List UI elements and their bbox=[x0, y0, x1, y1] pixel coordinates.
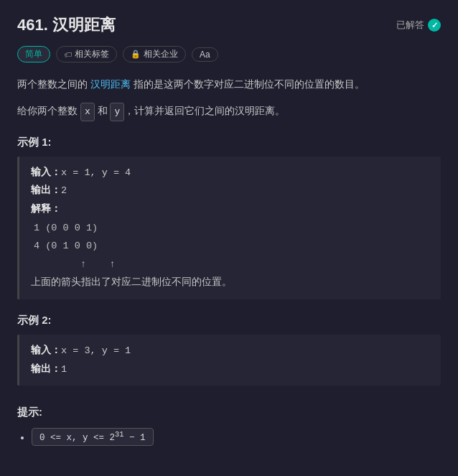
example-1-title: 示例 1: bbox=[17, 136, 441, 149]
tag-difficulty[interactable]: 简单 bbox=[17, 46, 50, 62]
example-1-output: 输出：2 bbox=[31, 182, 429, 200]
hamming-link[interactable]: 汉明距离 bbox=[90, 78, 131, 90]
example-1-block: 输入：x = 1, y = 4 输出：2 解释： 1 (0 0 0 1) 4 (… bbox=[17, 157, 441, 299]
hints-list: 0 <= x, y <= 231 − 1 bbox=[17, 428, 441, 445]
example-1-explain-label: 解释： bbox=[31, 200, 429, 219]
description-p1: 两个整数之间的 汉明距离 指的是这两个数字对应二进制位不同的位置的数目。 bbox=[17, 75, 441, 93]
example-2-input: 输入：x = 3, y = 1 bbox=[31, 342, 429, 360]
hints-section: 提示: 0 <= x, y <= 231 − 1 bbox=[17, 406, 441, 445]
hint-code-1: 0 <= x, y <= 231 − 1 bbox=[32, 428, 154, 445]
y-code: y bbox=[110, 103, 124, 121]
problem-description: 两个整数之间的 汉明距离 指的是这两个数字对应二进制位不同的位置的数目。 给你两… bbox=[17, 75, 441, 121]
hint-item-1: 0 <= x, y <= 231 − 1 bbox=[32, 428, 441, 445]
example-2-output: 输出：1 bbox=[31, 360, 429, 379]
example-1-input-label: 输入： bbox=[31, 167, 61, 178]
code-line-1: 1 (0 0 0 1) bbox=[31, 219, 429, 238]
problem-number: 461. bbox=[17, 16, 48, 34]
example-2-section: 示例 2: 输入：x = 3, y = 1 输出：1 bbox=[17, 314, 441, 386]
hints-title: 提示: bbox=[17, 406, 441, 419]
solved-badge: 已解答 ✓ bbox=[396, 19, 441, 32]
lock-icon: 🔒 bbox=[131, 50, 141, 59]
code-line-3: ↑ ↑ bbox=[31, 256, 429, 274]
example-2-output-label: 输出： bbox=[31, 364, 61, 375]
example-1-output-label: 输出： bbox=[31, 185, 61, 196]
solved-label: 已解答 bbox=[396, 19, 424, 32]
solved-check-icon: ✓ bbox=[428, 19, 441, 32]
tag-icon: 🏷 bbox=[64, 50, 72, 59]
problem-header: 461. 汉明距离 已解答 ✓ bbox=[17, 14, 441, 36]
example-2-title: 示例 2: bbox=[17, 314, 441, 327]
tag-font-label: Aa bbox=[200, 50, 210, 60]
tag-related-companies[interactable]: 🔒 相关企业 bbox=[123, 46, 186, 62]
example-1-section: 示例 1: 输入：x = 1, y = 4 输出：2 解释： 1 (0 0 0 … bbox=[17, 136, 441, 299]
description-p2: 给你两个整数 x 和 y，计算并返回它们之间的汉明距离。 bbox=[17, 102, 441, 121]
tag-related-tags-label: 相关标签 bbox=[75, 48, 109, 60]
problem-name: 汉明距离 bbox=[52, 16, 116, 34]
tag-related-tags[interactable]: 🏷 相关标签 bbox=[56, 46, 117, 62]
tag-font[interactable]: Aa bbox=[192, 47, 218, 62]
example-1-input: 输入：x = 1, y = 4 bbox=[31, 164, 429, 182]
code-line-4: 上面的箭头指出了对应二进制位不同的位置。 bbox=[31, 274, 429, 292]
problem-title: 461. 汉明距离 bbox=[17, 14, 116, 36]
code-line-2: 4 (0 1 0 0) bbox=[31, 237, 429, 256]
example-2-input-label: 输入： bbox=[31, 345, 61, 356]
example-2-block: 输入：x = 3, y = 1 输出：1 bbox=[17, 335, 441, 386]
x-code: x bbox=[80, 103, 95, 121]
explain-label: 解释： bbox=[31, 204, 61, 215]
tags-row: 简单 🏷 相关标签 🔒 相关企业 Aa bbox=[17, 46, 441, 62]
tag-related-companies-label: 相关企业 bbox=[144, 48, 178, 60]
